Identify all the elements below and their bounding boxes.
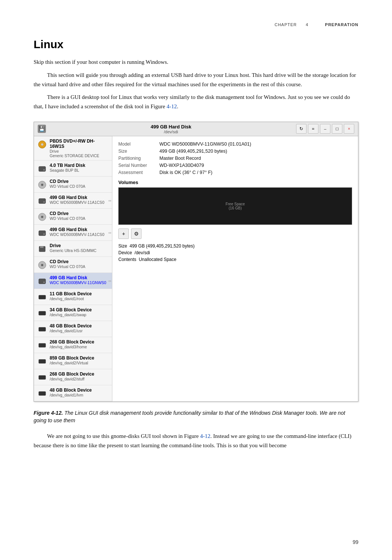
- disk-item-sd[interactable]: Drive Generic Ultra HS-SD/MMC: [34, 241, 112, 257]
- dvd-icon: [37, 139, 47, 150]
- window-controls: ↻ ≡ – □ ×: [296, 124, 354, 134]
- disk-item-499-3-active[interactable]: 499 GB Hard Disk WDC WD5000BMVV-11GNWS0 …: [34, 273, 112, 289]
- volumes-display-text: Free Space (16 GB): [225, 202, 245, 210]
- disk-item-cd1[interactable]: CD Drive WD Virtual CD 070A: [34, 177, 112, 193]
- disk-footer-info: Size 499 GB (499,405,291,520 bytes) Devi…: [118, 243, 352, 262]
- sd-sub: Generic Ultra HS-SD/MMC: [50, 248, 96, 253]
- disk-item-cd3[interactable]: CD Drive WD Virtual CD 070A: [34, 257, 112, 273]
- svg-point-19: [43, 281, 45, 283]
- footer-device-label: Device: [118, 250, 132, 255]
- body-text: Skip this section if your host computer …: [34, 57, 358, 111]
- figure-ref-4-12-bottom[interactable]: 4-12: [200, 433, 211, 439]
- figure-label: Figure 4-12.: [34, 410, 63, 416]
- disk-main-panel: Model WDC WD5000BMVV-11GNWS0 (01.01A01) …: [112, 136, 358, 401]
- dvd-sub2: Generic STORAGE DEVICE: [50, 153, 109, 158]
- disk-item-block-1[interactable]: 11 GB Block Device /dev/vg_david1/root: [34, 289, 112, 305]
- hdd-499-2-icon: [37, 228, 47, 238]
- block-6-sub: /dev/vg_david2/stuff: [50, 377, 94, 381]
- disk-item-dvd[interactable]: PBDS DVD+/-RW DH-16W1S Drive Generic STO…: [34, 136, 112, 161]
- window-content: PBDS DVD+/-RW DH-16W1S Drive Generic STO…: [34, 136, 358, 401]
- hdd-499-3-icon: [37, 276, 47, 286]
- hdd-4tb-sub: Seagate BUP BL: [50, 168, 85, 172]
- cd1-name: CD Drive: [50, 179, 85, 184]
- window-app-icon: 💾: [38, 125, 46, 133]
- add-volume-button[interactable]: +: [118, 228, 129, 239]
- cd1-icon: [37, 180, 47, 190]
- footer-contents-row: Contents Unallocated Space: [118, 257, 352, 262]
- volume-settings-button[interactable]: ⚙: [131, 228, 141, 239]
- disk-item-block-6[interactable]: 268 GB Block Device /dev/vg_david2/stuff: [34, 369, 112, 385]
- block-1-icon: [37, 292, 47, 302]
- disk-item-499-1[interactable]: 499 GB Hard Disk WDC WD5000BMVV-11A1CS0 …: [34, 193, 112, 209]
- cd3-name: CD Drive: [50, 259, 85, 264]
- hdd-499-1-sub: WDC WD5000BMVV-11A1CS0: [50, 200, 104, 205]
- block-7-icon: [37, 388, 47, 399]
- disk-item-4tb[interactable]: 4.0 TB Hard Disk Seagate BUP BL: [34, 161, 112, 177]
- figure-caption: Figure 4-12. The Linux GUI disk manageme…: [34, 409, 358, 424]
- serial-val: WD-WXP1A30D4079: [159, 163, 204, 168]
- footer-size-val: 499 GB (499,405,291,520 bytes): [130, 243, 195, 249]
- cd3-sub: WD Virtual CD 070A: [50, 264, 85, 269]
- svg-rect-23: [39, 343, 46, 347]
- hdd-499-2-sub: WDC WD5000BMVV-11A1CS0: [50, 232, 104, 237]
- disk-item-block-5[interactable]: 859 GB Block Device /dev/vg_david2/Virtu…: [34, 353, 112, 369]
- minimize-button[interactable]: –: [320, 124, 330, 134]
- svg-point-11: [43, 233, 45, 235]
- disk-sidebar[interactable]: PBDS DVD+/-RW DH-16W1S Drive Generic STO…: [34, 136, 112, 401]
- disk-actions-bar: + ⚙: [118, 228, 352, 239]
- block-2-name: 34 GB Block Device: [50, 307, 92, 312]
- svg-point-1: [41, 143, 43, 146]
- disk-item-cd2[interactable]: CD Drive WD Virtual CD 070A: [34, 209, 112, 225]
- block-5-name: 859 GB Block Device: [50, 355, 94, 361]
- disk-item-block-2[interactable]: 34 GB Block Device /dev/vg_david1/swap: [34, 305, 112, 321]
- block-4-sub: /dev/vg_david3/home: [50, 345, 94, 349]
- disk-item-block-7[interactable]: 48 GB Block Device /dev/vg_david1/lvm: [34, 385, 112, 401]
- disk-item-block-3[interactable]: 48 GB Block Device /dev/vg_david1/usr: [34, 321, 112, 337]
- size-label: Size: [118, 149, 159, 154]
- block-3-icon: [37, 324, 47, 335]
- paragraph-1: Skip this section if your host computer …: [34, 57, 358, 67]
- sd-name: Drive: [50, 243, 96, 248]
- disk-item-499-2[interactable]: 499 GB Hard Disk WDC WD5000BMVV-11A1CS0 …: [34, 225, 112, 241]
- maximize-button[interactable]: □: [332, 124, 342, 134]
- block-7-sub: /dev/vg_david1/lvm: [50, 393, 92, 397]
- footer-device-row: Device /dev/sdi: [118, 250, 352, 255]
- cd2-icon: [37, 212, 47, 222]
- refresh-button[interactable]: ↻: [296, 124, 307, 134]
- hdd-499-3-name: 499 GB Hard Disk: [50, 275, 106, 280]
- block-7-name: 48 GB Block Device: [50, 388, 92, 393]
- sd-icon: [37, 244, 47, 254]
- close-button[interactable]: ×: [344, 124, 354, 134]
- block-2-icon: [37, 308, 47, 318]
- hdd-499-1-name: 499 GB Hard Disk: [50, 195, 104, 200]
- block-5-icon: [37, 356, 47, 367]
- svg-rect-24: [39, 360, 46, 363]
- partitioning-val: Master Boot Record: [159, 156, 201, 161]
- paragraph-2: This section will guide you through addi…: [34, 71, 358, 89]
- disk-item-block-4[interactable]: 268 GB Block Device /dev/vg_david3/home: [34, 337, 112, 353]
- svg-point-17: [41, 264, 43, 266]
- window-subtitle: /dev/sdi: [46, 130, 296, 134]
- block-1-sub: /dev/vg_david1/root: [50, 296, 92, 301]
- block-2-sub: /dev/vg_david1/swap: [50, 312, 92, 317]
- block-6-icon: [37, 372, 47, 383]
- cd3-icon: [37, 260, 47, 270]
- footer-size-label: Size: [118, 243, 127, 249]
- resize-handle-1: ⇔: [108, 198, 111, 202]
- svg-rect-25: [39, 376, 46, 379]
- block-4-icon: [37, 340, 47, 351]
- window-titlebar: 💾 499 GB Hard Disk /dev/sdi ↻ ≡ – □ ×: [34, 122, 358, 136]
- win-left-area: 💾: [38, 125, 46, 133]
- serial-label: Serial Number: [118, 163, 159, 168]
- size-row: Size 499 GB (499,405,291,520 bytes): [118, 149, 352, 154]
- cd1-sub: WD Virtual CD 070A: [50, 184, 85, 189]
- partitioning-row: Partitioning Master Boot Record: [118, 156, 352, 161]
- menu-button[interactable]: ≡: [308, 124, 318, 134]
- chapter-title-header: PREPARATION: [325, 22, 358, 27]
- chapter-label: CHAPTER: [274, 22, 297, 27]
- svg-rect-14: [41, 246, 42, 248]
- block-6-name: 268 GB Block Device: [50, 371, 94, 377]
- figure-ref-4-12-top[interactable]: 4-12: [167, 103, 177, 109]
- footer-device-val: /dev/sdi: [134, 250, 150, 255]
- bottom-paragraph-1: We are not going to use this gnome-disks…: [34, 432, 358, 450]
